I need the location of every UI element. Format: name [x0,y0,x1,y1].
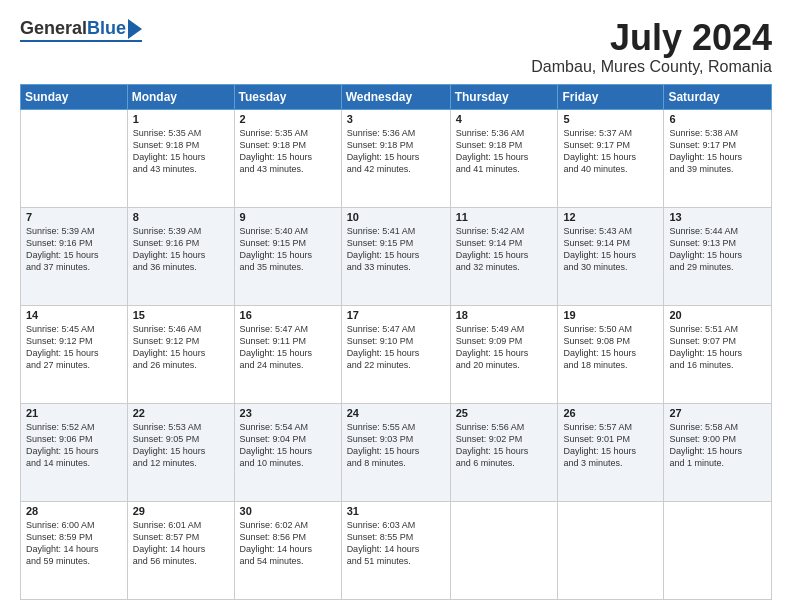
day-number: 18 [456,309,553,321]
calendar-cell: 31Sunrise: 6:03 AM Sunset: 8:55 PM Dayli… [341,501,450,599]
calendar-cell: 9Sunrise: 5:40 AM Sunset: 9:15 PM Daylig… [234,207,341,305]
calendar-cell: 6Sunrise: 5:38 AM Sunset: 9:17 PM Daylig… [664,109,772,207]
title-block: July 2024 Dambau, Mures County, Romania [531,18,772,76]
day-number: 15 [133,309,229,321]
day-number: 29 [133,505,229,517]
day-number: 1 [133,113,229,125]
cell-info: Sunrise: 5:58 AM Sunset: 9:00 PM Dayligh… [669,421,766,470]
cell-info: Sunrise: 5:41 AM Sunset: 9:15 PM Dayligh… [347,225,445,274]
location-title: Dambau, Mures County, Romania [531,58,772,76]
calendar-week-row: 28Sunrise: 6:00 AM Sunset: 8:59 PM Dayli… [21,501,772,599]
calendar-page: General Blue July 2024 Dambau, Mures Cou… [0,0,792,612]
cell-info: Sunrise: 5:57 AM Sunset: 9:01 PM Dayligh… [563,421,658,470]
cell-info: Sunrise: 5:45 AM Sunset: 9:12 PM Dayligh… [26,323,122,372]
day-number: 4 [456,113,553,125]
calendar-cell: 26Sunrise: 5:57 AM Sunset: 9:01 PM Dayli… [558,403,664,501]
header-friday: Friday [558,84,664,109]
calendar-cell: 12Sunrise: 5:43 AM Sunset: 9:14 PM Dayli… [558,207,664,305]
day-number: 17 [347,309,445,321]
day-number: 6 [669,113,766,125]
header-thursday: Thursday [450,84,558,109]
calendar-week-row: 21Sunrise: 5:52 AM Sunset: 9:06 PM Dayli… [21,403,772,501]
day-number: 25 [456,407,553,419]
day-number: 9 [240,211,336,223]
cell-info: Sunrise: 5:36 AM Sunset: 9:18 PM Dayligh… [347,127,445,176]
day-number: 23 [240,407,336,419]
calendar-cell: 29Sunrise: 6:01 AM Sunset: 8:57 PM Dayli… [127,501,234,599]
day-number: 31 [347,505,445,517]
calendar-cell [558,501,664,599]
calendar-cell: 20Sunrise: 5:51 AM Sunset: 9:07 PM Dayli… [664,305,772,403]
calendar-cell: 18Sunrise: 5:49 AM Sunset: 9:09 PM Dayli… [450,305,558,403]
calendar-cell: 17Sunrise: 5:47 AM Sunset: 9:10 PM Dayli… [341,305,450,403]
cell-info: Sunrise: 5:47 AM Sunset: 9:10 PM Dayligh… [347,323,445,372]
calendar-cell: 23Sunrise: 5:54 AM Sunset: 9:04 PM Dayli… [234,403,341,501]
calendar-week-row: 14Sunrise: 5:45 AM Sunset: 9:12 PM Dayli… [21,305,772,403]
day-number: 20 [669,309,766,321]
cell-info: Sunrise: 5:40 AM Sunset: 9:15 PM Dayligh… [240,225,336,274]
calendar-cell: 19Sunrise: 5:50 AM Sunset: 9:08 PM Dayli… [558,305,664,403]
calendar-cell: 14Sunrise: 5:45 AM Sunset: 9:12 PM Dayli… [21,305,128,403]
cell-info: Sunrise: 6:02 AM Sunset: 8:56 PM Dayligh… [240,519,336,568]
cell-info: Sunrise: 5:56 AM Sunset: 9:02 PM Dayligh… [456,421,553,470]
day-number: 22 [133,407,229,419]
day-number: 2 [240,113,336,125]
cell-info: Sunrise: 5:54 AM Sunset: 9:04 PM Dayligh… [240,421,336,470]
cell-info: Sunrise: 5:51 AM Sunset: 9:07 PM Dayligh… [669,323,766,372]
calendar-cell: 24Sunrise: 5:55 AM Sunset: 9:03 PM Dayli… [341,403,450,501]
cell-info: Sunrise: 5:47 AM Sunset: 9:11 PM Dayligh… [240,323,336,372]
header-saturday: Saturday [664,84,772,109]
calendar-cell [664,501,772,599]
calendar-cell: 25Sunrise: 5:56 AM Sunset: 9:02 PM Dayli… [450,403,558,501]
day-number: 30 [240,505,336,517]
calendar-week-row: 7Sunrise: 5:39 AM Sunset: 9:16 PM Daylig… [21,207,772,305]
day-number: 27 [669,407,766,419]
logo-blue: Blue [87,18,126,39]
calendar-cell: 11Sunrise: 5:42 AM Sunset: 9:14 PM Dayli… [450,207,558,305]
day-number: 16 [240,309,336,321]
cell-info: Sunrise: 5:39 AM Sunset: 9:16 PM Dayligh… [26,225,122,274]
calendar-cell: 27Sunrise: 5:58 AM Sunset: 9:00 PM Dayli… [664,403,772,501]
day-number: 11 [456,211,553,223]
day-number: 7 [26,211,122,223]
calendar-cell [450,501,558,599]
cell-info: Sunrise: 5:50 AM Sunset: 9:08 PM Dayligh… [563,323,658,372]
day-number: 21 [26,407,122,419]
calendar-cell: 16Sunrise: 5:47 AM Sunset: 9:11 PM Dayli… [234,305,341,403]
cell-info: Sunrise: 5:43 AM Sunset: 9:14 PM Dayligh… [563,225,658,274]
logo: General Blue [20,18,142,42]
logo-arrow-icon [128,19,142,39]
cell-info: Sunrise: 5:39 AM Sunset: 9:16 PM Dayligh… [133,225,229,274]
calendar-cell: 5Sunrise: 5:37 AM Sunset: 9:17 PM Daylig… [558,109,664,207]
header-wednesday: Wednesday [341,84,450,109]
day-number: 12 [563,211,658,223]
calendar-cell: 13Sunrise: 5:44 AM Sunset: 9:13 PM Dayli… [664,207,772,305]
cell-info: Sunrise: 5:46 AM Sunset: 9:12 PM Dayligh… [133,323,229,372]
cell-info: Sunrise: 6:01 AM Sunset: 8:57 PM Dayligh… [133,519,229,568]
cell-info: Sunrise: 5:44 AM Sunset: 9:13 PM Dayligh… [669,225,766,274]
calendar-cell: 1Sunrise: 5:35 AM Sunset: 9:18 PM Daylig… [127,109,234,207]
header-sunday: Sunday [21,84,128,109]
cell-info: Sunrise: 5:42 AM Sunset: 9:14 PM Dayligh… [456,225,553,274]
cell-info: Sunrise: 6:00 AM Sunset: 8:59 PM Dayligh… [26,519,122,568]
cell-info: Sunrise: 5:52 AM Sunset: 9:06 PM Dayligh… [26,421,122,470]
calendar-cell: 21Sunrise: 5:52 AM Sunset: 9:06 PM Dayli… [21,403,128,501]
logo-text: General Blue [20,18,142,39]
logo-general: General [20,18,87,39]
calendar-cell: 22Sunrise: 5:53 AM Sunset: 9:05 PM Dayli… [127,403,234,501]
calendar-cell: 10Sunrise: 5:41 AM Sunset: 9:15 PM Dayli… [341,207,450,305]
day-number: 5 [563,113,658,125]
calendar-cell: 3Sunrise: 5:36 AM Sunset: 9:18 PM Daylig… [341,109,450,207]
day-number: 14 [26,309,122,321]
calendar-table: Sunday Monday Tuesday Wednesday Thursday… [20,84,772,600]
cell-info: Sunrise: 5:37 AM Sunset: 9:17 PM Dayligh… [563,127,658,176]
cell-info: Sunrise: 5:36 AM Sunset: 9:18 PM Dayligh… [456,127,553,176]
calendar-week-row: 1Sunrise: 5:35 AM Sunset: 9:18 PM Daylig… [21,109,772,207]
day-number: 10 [347,211,445,223]
calendar-cell: 4Sunrise: 5:36 AM Sunset: 9:18 PM Daylig… [450,109,558,207]
day-number: 19 [563,309,658,321]
day-number: 24 [347,407,445,419]
cell-info: Sunrise: 6:03 AM Sunset: 8:55 PM Dayligh… [347,519,445,568]
day-number: 8 [133,211,229,223]
calendar-cell: 15Sunrise: 5:46 AM Sunset: 9:12 PM Dayli… [127,305,234,403]
